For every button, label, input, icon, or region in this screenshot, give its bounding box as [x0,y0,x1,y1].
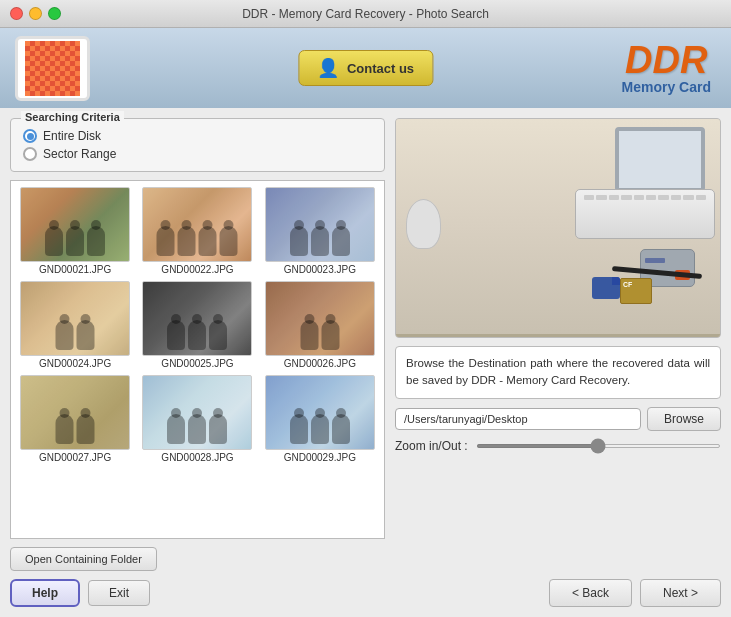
cf-label: CF [621,279,651,290]
path-row: Browse [395,407,721,431]
list-item[interactable]: GND00023.JPG [262,187,378,275]
sd-notch [612,277,620,285]
photo-thumb-gnd28 [142,375,252,450]
mouse-icon [406,199,441,249]
destination-path-input[interactable] [395,408,641,430]
contact-label: Contact us [347,61,414,76]
preview-image: CF [395,118,721,338]
browse-button[interactable]: Browse [647,407,721,431]
list-item[interactable]: GND00022.JPG [139,187,255,275]
brand-name: DDR [622,41,711,79]
sector-range-label: Sector Range [43,147,116,161]
left-panel: Searching Criteria Entire Disk Sector Ra… [10,118,385,607]
photo-thumb-gnd26 [265,281,375,356]
list-item[interactable]: GND00026.JPG [262,281,378,369]
card-slot [645,258,665,263]
monitor-icon [615,127,705,192]
left-nav-buttons: Help Exit [10,579,385,607]
bottom-nav: < Back Next > [395,579,721,607]
photo-label-gnd24: GND00024.JPG [39,358,111,369]
minimize-button[interactable] [29,7,42,20]
next-button[interactable]: Next > [640,579,721,607]
list-item[interactable]: GND00024.JPG [17,281,133,369]
back-button[interactable]: < Back [549,579,632,607]
cf-card-icon: CF [620,278,652,304]
exit-button[interactable]: Exit [88,580,150,606]
zoom-label: Zoom in/Out : [395,439,468,453]
photo-label-gnd29: GND00029.JPG [284,452,356,463]
header: 👤 Contact us DDR Memory Card [0,28,731,108]
photo-label-gnd23: GND00023.JPG [284,264,356,275]
zoom-row: Zoom in/Out : [395,439,721,453]
brand: DDR Memory Card [622,41,711,95]
sd-card-icon [592,277,620,299]
list-item[interactable]: GND00029.JPG [262,375,378,463]
logo-icon [25,41,80,96]
photo-grid-container: GND00021.JPG GND00022.JPG GND00023.JPG [10,180,385,539]
photo-label-gnd26: GND00026.JPG [284,358,356,369]
main-content: Searching Criteria Entire Disk Sector Ra… [0,108,731,617]
app-logo [15,36,90,101]
photo-label-gnd22: GND00022.JPG [161,264,233,275]
list-item[interactable]: GND00028.JPG [139,375,255,463]
list-item[interactable]: GND00025.JPG [139,281,255,369]
entire-disk-option[interactable]: Entire Disk [23,127,372,145]
photo-label-gnd27: GND00027.JPG [39,452,111,463]
window-title: DDR - Memory Card Recovery - Photo Searc… [242,7,489,21]
close-button[interactable] [10,7,23,20]
zoom-slider[interactable] [476,444,721,448]
maximize-button[interactable] [48,7,61,20]
photo-label-gnd21: GND00021.JPG [39,264,111,275]
photo-thumb-gnd24 [20,281,130,356]
brand-subtitle: Memory Card [622,79,711,95]
contact-button[interactable]: 👤 Contact us [298,50,433,86]
open-containing-folder-button[interactable]: Open Containing Folder [10,547,157,571]
photo-thumb-gnd27 [20,375,130,450]
sector-range-option[interactable]: Sector Range [23,145,372,163]
photo-label-gnd25: GND00025.JPG [161,358,233,369]
entire-disk-label: Entire Disk [43,129,101,143]
photo-grid: GND00021.JPG GND00022.JPG GND00023.JPG [17,187,378,463]
help-button[interactable]: Help [10,579,80,607]
preview-description: Browse the Destination path where the re… [395,346,721,399]
sector-range-radio[interactable] [23,147,37,161]
photo-thumb-gnd21 [20,187,130,262]
right-panel: CF Browse the Destination path where the… [395,118,721,607]
photo-thumb-gnd22 [142,187,252,262]
search-criteria-box: Searching Criteria Entire Disk Sector Ra… [10,118,385,172]
photo-thumb-gnd29 [265,375,375,450]
keyboard-icon [575,189,715,239]
window-controls[interactable] [10,7,61,20]
desk-edge [396,334,720,337]
list-item[interactable]: GND00027.JPG [17,375,133,463]
desk-scene: CF [396,119,720,337]
search-criteria-label: Searching Criteria [21,111,124,123]
photo-thumb-gnd23 [265,187,375,262]
title-bar: DDR - Memory Card Recovery - Photo Searc… [0,0,731,28]
photo-label-gnd28: GND00028.JPG [161,452,233,463]
entire-disk-radio[interactable] [23,129,37,143]
photo-thumb-gnd25 [142,281,252,356]
left-bottom-controls: Open Containing Folder [10,547,385,571]
list-item[interactable]: GND00021.JPG [17,187,133,275]
contact-icon: 👤 [317,57,339,79]
